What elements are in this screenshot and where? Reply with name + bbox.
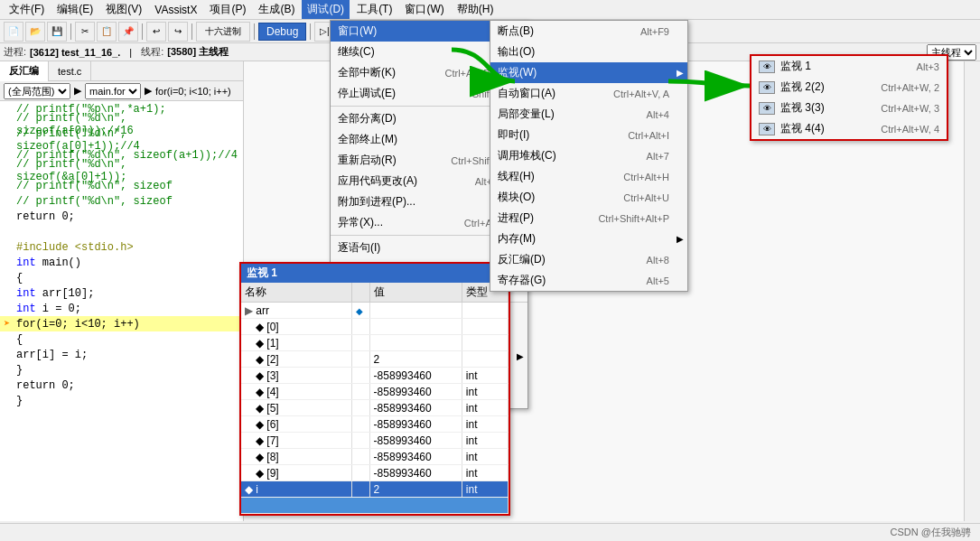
- menu-view[interactable]: 视图(V): [100, 0, 147, 19]
- name-cell: ◆ [1]: [241, 335, 352, 351]
- menu-tools[interactable]: 工具(T): [351, 0, 397, 19]
- toolbar-sep4: [254, 23, 255, 40]
- window-submenu[interactable]: 断点(B) Alt+F9 输出(O) 监视(W) ▶ 自动窗口(A) Ctrl+…: [490, 20, 688, 292]
- tab-file[interactable]: test.c: [49, 61, 91, 81]
- menu-item-output[interactable]: 输出(O): [490, 42, 687, 62]
- toolbar-new[interactable]: 📄: [4, 22, 23, 42]
- shortcut: Ctrl+Shift+Alt+P: [598, 213, 669, 224]
- table-row-empty[interactable]: [241, 498, 509, 514]
- status-text: CSDN @任我驰骋: [891, 526, 971, 539]
- menu-item-watch[interactable]: 监视(W) ▶: [490, 62, 687, 83]
- code-line: arr[i] = i;: [0, 347, 243, 362]
- toolbar-paste[interactable]: 📌: [118, 22, 138, 42]
- value-cell: 2: [369, 481, 462, 498]
- icon-cell: ◆: [352, 303, 369, 319]
- table-row: ◆ [9] -858993460 int: [241, 465, 509, 481]
- menu-item-disassembly[interactable]: 反汇编(D) Alt+8: [490, 249, 687, 270]
- code-text: arr[i] = i;: [16, 349, 88, 361]
- code-text: {: [16, 333, 23, 346]
- shortcut: Ctrl+Alt+H: [623, 172, 669, 182]
- icon-cell: [352, 433, 369, 449]
- code-area: // printf("%p\n",*a+1); // printf("%d\n"…: [0, 101, 243, 408]
- menu-edit[interactable]: 编辑(E): [51, 0, 98, 19]
- icon-cell: [352, 416, 369, 433]
- menu-vassistx[interactable]: VAssistX: [149, 2, 202, 18]
- loop-label: for(i=0; i<10; i++): [155, 86, 231, 97]
- menu-item-modules[interactable]: 模块(O) Ctrl+Alt+U: [490, 187, 687, 208]
- table-row: ▶ arr ◆: [241, 303, 509, 319]
- code-text: {: [16, 272, 23, 284]
- toolbar-save[interactable]: 💾: [47, 22, 67, 42]
- function-select[interactable]: main.for: [85, 83, 141, 99]
- thread-value: [3580] 主线程: [167, 45, 229, 59]
- menu-window[interactable]: 窗口(W): [399, 0, 449, 19]
- name-cell: ◆ [9]: [241, 465, 352, 481]
- watch-item-1[interactable]: 👁 监视 1 Alt+3: [751, 56, 947, 77]
- watch-list[interactable]: 👁 监视 1 Alt+3 👁 监视 2(2) Ctrl+Alt+W, 2 👁 监…: [750, 54, 948, 141]
- menu-item-locals[interactable]: 局部变量(L) Alt+4: [490, 104, 687, 125]
- menu-project[interactable]: 项目(P): [204, 0, 251, 19]
- icon-cell: [352, 368, 369, 384]
- shortcut: Alt+4: [647, 109, 669, 120]
- code-text: int main(): [16, 257, 81, 269]
- name-cell: ◆ [6]: [241, 416, 352, 433]
- submenu-arrow2: ▶: [517, 351, 524, 361]
- process-label: 进程:: [4, 45, 26, 59]
- toolbar-copy[interactable]: 📋: [97, 22, 117, 42]
- toolbar-undo[interactable]: ↩: [146, 22, 166, 42]
- watch-item-2[interactable]: 👁 监视 2(2) Ctrl+Alt+W, 2: [751, 77, 947, 98]
- submenu-arrow4: ▶: [677, 234, 684, 244]
- menu-item-immediate[interactable]: 即时(I) Ctrl+Alt+I: [490, 125, 687, 145]
- name-cell: ◆ [2]: [241, 351, 352, 368]
- status-bar: CSDN @任我驰骋: [0, 523, 980, 541]
- menu-item-registers[interactable]: 寄存器(G) Alt+5: [490, 270, 687, 291]
- code-line: {: [0, 270, 243, 285]
- code-line: return 0;: [0, 378, 243, 393]
- type-cell: int: [462, 449, 508, 465]
- value-cell: -858993460: [369, 384, 462, 400]
- monitor-title: 监视 1: [241, 264, 509, 283]
- menu-build[interactable]: 生成(B): [253, 0, 300, 19]
- shortcut: Ctrl+Alt+U: [623, 192, 669, 203]
- code-line: // printf("%d\n", sizeof(a[0]+1));//4: [0, 132, 243, 147]
- type-cell: [462, 303, 508, 319]
- col-icon: [352, 283, 369, 303]
- toolbar-redo[interactable]: ↪: [168, 22, 188, 42]
- watch-shortcut-3: Ctrl+Alt+W, 3: [881, 103, 939, 114]
- type-cell: int: [462, 481, 508, 498]
- scrollbar[interactable]: [964, 61, 980, 521]
- toolbar-hex[interactable]: 十六进制: [196, 22, 250, 42]
- tab-bar: 反汇编 test.c: [0, 61, 243, 81]
- value-cell: -858993460: [369, 400, 462, 416]
- toolbar-cut[interactable]: ✂: [75, 22, 95, 42]
- menu-file[interactable]: 文件(F): [4, 0, 50, 19]
- shortcut: Alt+5: [647, 275, 669, 286]
- watch-item-3[interactable]: 👁 监视 3(3) Ctrl+Alt+W, 3: [751, 98, 947, 118]
- monitor-table: 名称 值 类型 ▶ arr ◆ ◆ [0]: [241, 283, 509, 514]
- icon-cell: [352, 449, 369, 465]
- debug-button[interactable]: Debug: [258, 23, 306, 41]
- icon-cell: [352, 384, 369, 400]
- menu-debug[interactable]: 调试(D): [302, 0, 350, 19]
- watch-icon-3: 👁: [759, 102, 775, 115]
- type-cell: [462, 335, 508, 351]
- toolbar-open[interactable]: 📂: [25, 22, 45, 42]
- value-cell: -858993460: [369, 449, 462, 465]
- code-line: return 0;: [0, 209, 243, 224]
- menu-bar: 文件(F) 编辑(E) 视图(V) VAssistX 项目(P) 生成(B) 调…: [0, 0, 980, 20]
- tab-disassembly[interactable]: 反汇编: [0, 61, 49, 81]
- menu-item-auto-window[interactable]: 自动窗口(A) Ctrl+Alt+V, A: [490, 83, 687, 104]
- code-line: int arr[10];: [0, 285, 243, 301]
- menu-item-call-stack[interactable]: 调用堆栈(C) Alt+7: [490, 145, 687, 166]
- menu-item-processes[interactable]: 进程(P) Ctrl+Shift+Alt+P: [490, 208, 687, 229]
- watch-item-4[interactable]: 👁 监视 4(4) Ctrl+Alt+W, 4: [751, 118, 947, 139]
- table-row: ◆ [4] -858993460 int: [241, 384, 509, 400]
- value-cell: -858993460: [369, 433, 462, 449]
- scope-select[interactable]: (全局范围): [4, 83, 70, 99]
- menu-item-breakpoints[interactable]: 断点(B) Alt+F9: [490, 21, 687, 42]
- menu-item-memory[interactable]: 内存(M) ▶: [490, 229, 687, 249]
- menu-help[interactable]: 帮助(H): [452, 0, 499, 19]
- code-line: // printf("%d\n", sizeof: [0, 193, 243, 209]
- shortcut: Ctrl+Alt+V, A: [613, 89, 669, 99]
- menu-item-threads[interactable]: 线程(H) Ctrl+Alt+H: [490, 166, 687, 187]
